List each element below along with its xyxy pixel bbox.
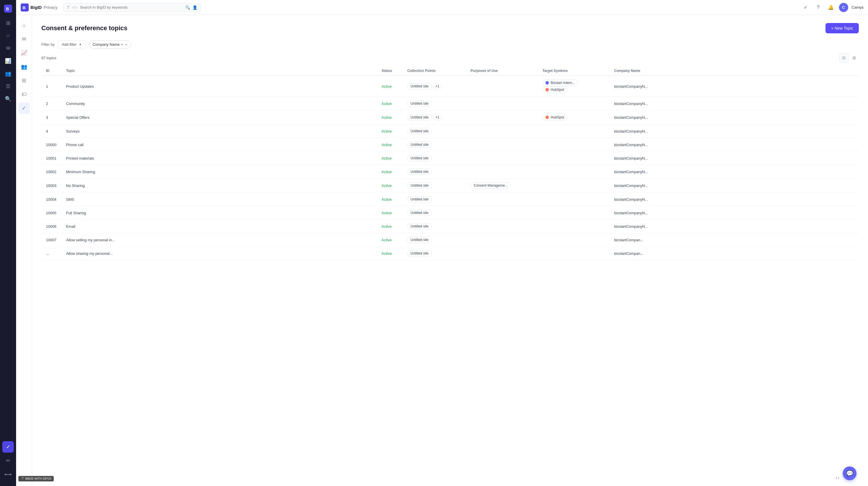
- system-chip[interactable]: Bizstart Intern...: [542, 79, 578, 86]
- table-row[interactable]: 3Special OffersActiveUntitled site+1HubS…: [41, 110, 859, 124]
- sidebar-icon-consent[interactable]: ✓: [2, 441, 14, 453]
- collection-chip[interactable]: Untitled site: [407, 169, 432, 175]
- table-row[interactable]: 10003No SharingActiveUntitled siteConsen…: [41, 179, 859, 193]
- collection-chip[interactable]: Untitled site: [407, 155, 432, 161]
- collection-chip[interactable]: Untitled site: [407, 114, 432, 120]
- search-person-icon: 👤: [192, 5, 197, 10]
- table-row[interactable]: 2CommunityActiveUntitled sitebizstartCom…: [41, 97, 859, 110]
- cell-purpose: [466, 206, 538, 220]
- system-chip[interactable]: HubSpot: [542, 86, 567, 93]
- grid-layout-btn[interactable]: ⊞: [849, 53, 859, 62]
- collection-chip[interactable]: Untitled site: [407, 182, 432, 189]
- bizstart-icon: [546, 81, 549, 85]
- cell-collection: Untitled site: [403, 247, 466, 260]
- collection-chip[interactable]: Untitled site: [407, 237, 432, 243]
- sec-icon-people[interactable]: 👥: [19, 61, 30, 73]
- collection-chip[interactable]: Untitled site: [407, 101, 432, 107]
- table-row[interactable]: 10000Phone callActiveUntitled sitebizsta…: [41, 138, 859, 151]
- cell-target: [538, 233, 610, 247]
- col-header-target[interactable]: Target Systems: [538, 66, 610, 76]
- cell-purpose: [466, 247, 538, 260]
- table-row[interactable]: 10006EmailActiveUntitled sitebizstartCom…: [41, 220, 859, 233]
- gifox-badge: 🎬 MADE WITH GIFOX: [19, 476, 54, 481]
- cell-collection: Untitled site: [403, 165, 466, 179]
- collection-chip[interactable]: Untitled site: [407, 196, 432, 202]
- table-layout-btn[interactable]: ⊟: [839, 53, 848, 62]
- app-logo[interactable]: B: [3, 3, 13, 14]
- system-chip[interactable]: HubSpot: [542, 114, 567, 121]
- table-row[interactable]: 10002Minimum SharingActiveUntitled siteb…: [41, 165, 859, 179]
- purpose-chip[interactable]: Consent Manageme...: [470, 182, 511, 189]
- sidebar-icon-arrows[interactable]: ⟷: [2, 469, 14, 480]
- sec-icon-tag[interactable]: 🏷: [19, 89, 30, 100]
- topics-count: 67 topics: [41, 56, 56, 60]
- add-filter-button[interactable]: Add filter ▼: [58, 40, 85, 49]
- sec-icon-consent-active[interactable]: ✓: [19, 103, 30, 114]
- col-header-collection[interactable]: Collection Points: [403, 66, 466, 76]
- sidebar-icon-edit[interactable]: ✏: [2, 455, 14, 466]
- gifox-icon: 🎬: [21, 477, 24, 480]
- table-row[interactable]: 1Product UpdatesActiveUntitled site+1Biz…: [41, 76, 859, 97]
- sidebar-icon-star[interactable]: ☆: [2, 30, 14, 41]
- bell-icon[interactable]: 🔔: [826, 3, 836, 12]
- search-input[interactable]: [80, 5, 183, 9]
- sidebar-icon-users[interactable]: 👥: [2, 68, 14, 79]
- new-topic-button[interactable]: + New Topic: [826, 23, 859, 33]
- col-header-topic[interactable]: Topic: [61, 66, 377, 76]
- table-row[interactable]: 4SurveysActiveUntitled sitebizstartCompa…: [41, 124, 859, 138]
- table-row[interactable]: 10001Printed materialsActiveUntitled sit…: [41, 151, 859, 165]
- cell-id: 3: [41, 110, 61, 124]
- cell-collection: Untitled site: [403, 179, 466, 193]
- cell-topic: Community: [61, 97, 377, 110]
- cell-purpose: [466, 138, 538, 151]
- col-header-status[interactable]: Status: [377, 66, 403, 76]
- app-subtitle: Privacy: [43, 5, 57, 10]
- table-row[interactable]: 10007Allow selling my personal in...Acti…: [41, 233, 859, 247]
- search-bar[interactable]: T </> 🔍 👤: [63, 3, 201, 12]
- collection-chip[interactable]: Untitled site: [407, 83, 432, 89]
- collection-chip[interactable]: Untitled site: [407, 250, 432, 257]
- filter-by-label: Filter by: [41, 42, 55, 47]
- sidebar-icon-grid[interactable]: ⊞: [2, 17, 14, 29]
- collection-chip[interactable]: Untitled site: [407, 223, 432, 229]
- sidebar-icon-mail[interactable]: ✉: [2, 42, 14, 54]
- help-icon[interactable]: ?: [814, 3, 823, 12]
- status-badge: Active: [381, 129, 392, 134]
- col-header-purpose[interactable]: Purposes of Use: [466, 66, 538, 76]
- table-row[interactable]: 10004SMSActiveUntitled sitebizstartCompa…: [41, 193, 859, 206]
- collection-chip[interactable]: Untitled site: [407, 142, 432, 148]
- cell-status: Active: [377, 179, 403, 193]
- sec-icon-mail[interactable]: ✉: [19, 33, 30, 45]
- cell-status: Active: [377, 138, 403, 151]
- collection-chip[interactable]: Untitled site: [407, 210, 432, 216]
- user-name[interactable]: Camya: [851, 5, 863, 9]
- nav-right-arrow[interactable]: ›: [838, 475, 839, 480]
- collection-count-chip[interactable]: +1: [433, 83, 442, 89]
- sec-icon-analytics[interactable]: 📈: [19, 47, 30, 59]
- svg-text:B: B: [22, 5, 26, 10]
- cell-id: 10000: [41, 138, 61, 151]
- chat-fab[interactable]: 💬: [843, 466, 857, 480]
- table-row[interactable]: 10005Full SharingActiveUntitled sitebizs…: [41, 206, 859, 220]
- nav-arrows[interactable]: ‹ ›: [836, 475, 839, 480]
- sec-icon-home[interactable]: ⌂: [19, 20, 30, 31]
- cell-status: Active: [377, 110, 403, 124]
- cell-topic: No Sharing: [61, 179, 377, 193]
- user-avatar[interactable]: C: [839, 3, 848, 12]
- company-name-filter-chip[interactable]: Company Name ▾ ×: [89, 40, 131, 49]
- check-circle-icon[interactable]: ✓: [801, 3, 810, 12]
- cell-purpose: [466, 124, 538, 138]
- collection-chip[interactable]: Untitled site: [407, 128, 432, 134]
- sec-icon-table[interactable]: ⊞: [19, 75, 30, 86]
- cell-topic: Minimum Sharing: [61, 165, 377, 179]
- table-row[interactable]: ...Allow sharing my personal...ActiveUnt…: [41, 247, 859, 260]
- sidebar-icon-search[interactable]: 🔍: [2, 93, 14, 105]
- col-header-company[interactable]: Company Name: [610, 66, 859, 76]
- cell-id: ...: [41, 247, 61, 260]
- sidebar-icon-list[interactable]: ☰: [2, 81, 14, 92]
- nav-left-arrow[interactable]: ‹: [836, 475, 837, 480]
- sidebar-icon-chart[interactable]: 📊: [2, 55, 14, 67]
- cell-target: [538, 206, 610, 220]
- filter-chip-remove[interactable]: ×: [125, 42, 127, 47]
- collection-count-chip[interactable]: +1: [433, 114, 442, 120]
